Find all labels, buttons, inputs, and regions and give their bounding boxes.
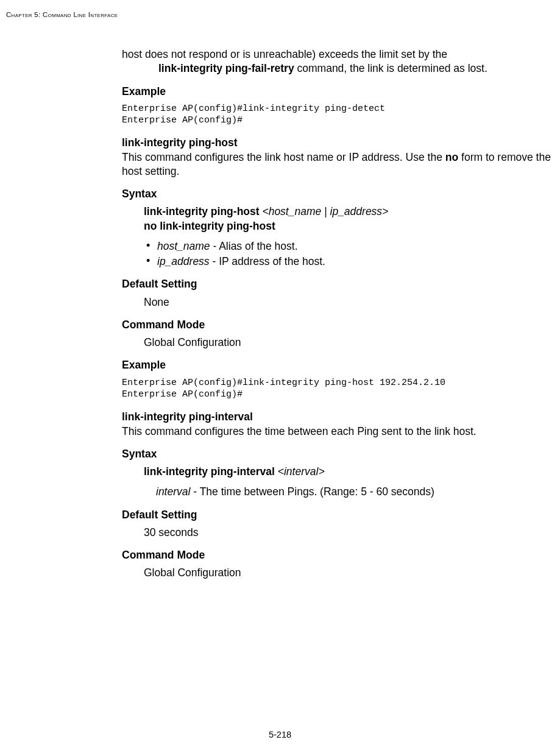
list-item: host_name - Alias of the host.	[144, 239, 551, 253]
pinghost-syntax-heading: Syntax	[122, 187, 551, 201]
pinginterval-explain-term: interval	[156, 485, 190, 498]
pinginterval-title: link-integrity ping-interval	[122, 410, 551, 424]
pinginterval-explain-rest: - The time between Pings. (Range: 5 - 60…	[190, 485, 434, 498]
pinghost-mode-value: Global Configuration	[122, 336, 551, 350]
intro-line1: host does not respond or is unreachable)…	[122, 48, 447, 60]
pinghost-default-value: None	[122, 295, 551, 309]
pinghost-desc-bold: no	[445, 151, 458, 163]
pinginterval-default-heading: Default Setting	[122, 508, 551, 522]
pinginterval-default-value: 30 seconds	[122, 526, 551, 540]
pinghost-syn-b2: no link-integrity ping-host	[144, 220, 275, 232]
bullet-term: host_name	[157, 240, 210, 252]
pinghost-desc: This command configures the link host na…	[122, 150, 551, 179]
pinghost-bullets: host_name - Alias of the host. ip_addres…	[122, 239, 551, 269]
pinghost-syntax: link-integrity ping-host <host_name | ip…	[122, 205, 551, 233]
pinghost-syntax-line2: no link-integrity ping-host	[144, 219, 551, 233]
pinghost-mode-heading: Command Mode	[122, 318, 551, 332]
pinghost-desc-1: This command configures the link host na…	[122, 151, 445, 163]
pinghost-syn-b1: link-integrity ping-host	[144, 205, 262, 217]
pinginterval-explain: interval - The time between Pings. (Rang…	[122, 485, 551, 499]
intro-paragraph: host does not respond or is unreachable)…	[122, 48, 551, 76]
pinginterval-syntax: link-integrity ping-interval <interval>	[122, 465, 551, 479]
intro-bold: link-integrity ping-fail-retry	[158, 62, 294, 74]
running-head: Chapter 5: Command Line Interface	[6, 11, 554, 18]
pinghost-title: link-integrity ping-host	[122, 136, 551, 150]
pinghost-example-code: Enterprise AP(config)#link-integrity pin…	[122, 378, 551, 401]
pinghost-syn-i1: <host_name | ip_address>	[262, 205, 388, 217]
pinghost-default-heading: Default Setting	[122, 277, 551, 291]
pinghost-syntax-line1: link-integrity ping-host <host_name | ip…	[144, 205, 551, 219]
pinginterval-desc: This command configures the time between…	[122, 425, 551, 439]
example1-heading: Example	[122, 85, 551, 99]
list-item: ip_address - IP address of the host.	[144, 255, 551, 269]
page-number: 5-218	[0, 730, 560, 739]
intro-rest: command, the link is determined as lost.	[294, 62, 487, 74]
example1-code: Enterprise AP(config)#link-integrity pin…	[122, 104, 551, 127]
pinginterval-syntax-heading: Syntax	[122, 447, 551, 461]
pinginterval-syn-b: link-integrity ping-interval	[144, 465, 278, 478]
bullet-rest: - Alias of the host.	[210, 240, 298, 252]
pinginterval-mode-heading: Command Mode	[122, 548, 551, 562]
pinghost-example-heading: Example	[122, 358, 551, 372]
bullet-rest: - IP address of the host.	[210, 255, 325, 267]
pinginterval-syn-i: <interval>	[278, 465, 325, 478]
pinginterval-mode-value: Global Configuration	[122, 566, 551, 580]
page-content: host does not respond or is unreachable)…	[122, 48, 551, 580]
bullet-term: ip_address	[157, 255, 210, 267]
